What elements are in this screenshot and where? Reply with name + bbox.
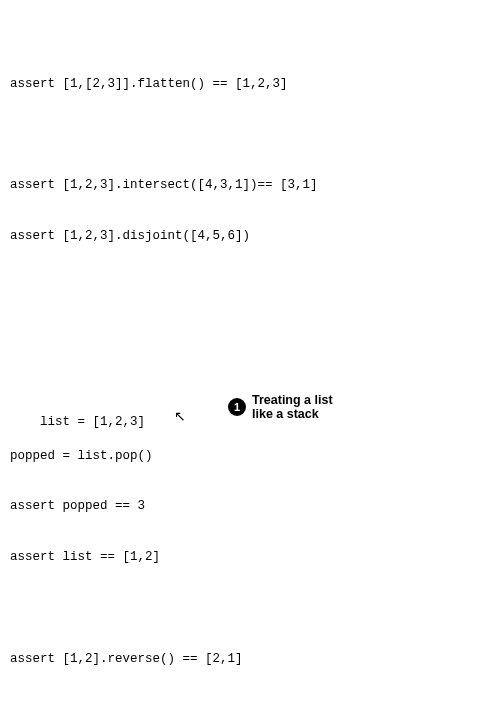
code-line: assert [1,2].reverse() == [2,1]	[10, 651, 490, 668]
code-line	[10, 600, 490, 617]
code-line	[10, 701, 490, 705]
code-line	[10, 279, 490, 296]
code-line: assert [1,2,3].disjoint([4,5,6])	[10, 228, 490, 245]
code-text: assert [1,2,3].disjoint([4,5,6])	[10, 229, 250, 243]
code-text: assert [1,2,3].intersect([4,3,1])== [3,1…	[10, 178, 318, 192]
callout-badge: 1	[228, 398, 246, 416]
code-listing: assert [1,[2,3]].flatten() == [1,2,3] as…	[10, 8, 490, 705]
callout-1: 1 Treating a list like a stack	[228, 393, 352, 422]
code-text: assert [1,[2,3]].flatten() == [1,2,3]	[10, 77, 288, 91]
code-line: assert [1,[2,3]].flatten() == [1,2,3]	[10, 76, 490, 93]
code-text: list = [1,2,3]	[40, 415, 145, 429]
arrow-left-icon: ↖	[174, 409, 186, 423]
code-line	[10, 126, 490, 143]
code-text: assert [1,2].reverse() == [2,1]	[10, 652, 243, 666]
callout-label: Treating a list like a stack	[252, 393, 352, 422]
code-line	[10, 329, 490, 346]
code-line: assert popped == 3	[10, 498, 490, 515]
code-text: popped = list.pop()	[10, 449, 153, 463]
code-line: assert list == [1,2]	[10, 549, 490, 566]
code-line: list = [1,2,3] 1 Treating a list like a …	[10, 397, 490, 414]
code-line: assert [1,2,3].intersect([4,3,1])== [3,1…	[10, 177, 490, 194]
code-text: assert popped == 3	[10, 499, 145, 513]
code-line: popped = list.pop()	[10, 448, 490, 465]
code-text: assert list == [1,2]	[10, 550, 160, 564]
